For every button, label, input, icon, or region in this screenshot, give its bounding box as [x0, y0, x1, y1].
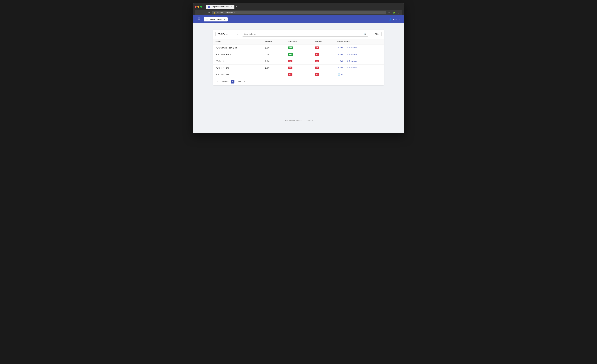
maximize-window-button[interactable] [200, 6, 202, 8]
action-buttons: ✏ Edit⬇ Download [337, 59, 382, 63]
reload-button[interactable]: ↻ [207, 11, 211, 14]
next-button[interactable]: Next [236, 80, 242, 83]
retired-cell: No [312, 64, 334, 71]
lock-icon: 🔒 [214, 12, 216, 14]
prev-arrow-button[interactable]: « [215, 80, 219, 83]
download-button[interactable]: ⬇ Download [346, 59, 359, 63]
browser-chrome: A Ampath Form Builder ✕ + ⌄ ← → ↻ 🔒 loca… [193, 3, 404, 15]
retired-badge: No [315, 60, 320, 62]
download-icon: ⬇ [347, 53, 349, 55]
download-button[interactable]: ⬇ Download [346, 53, 359, 56]
active-tab[interactable]: A Ampath Form Builder ✕ [206, 5, 235, 9]
import-icon: 📄 [338, 73, 340, 76]
url-text[interactable]: localhost:4200/#/forms [217, 11, 236, 14]
forms-type-select[interactable]: POC Forms ▾ [215, 32, 240, 36]
edit-button[interactable]: ✏ Edit [337, 46, 345, 49]
col-actions: Form Actions [334, 39, 384, 44]
header-left: ✦ Create a new form [196, 17, 228, 22]
version-cell: 1.0.0 [263, 44, 285, 51]
menu-button[interactable]: ⋮ [397, 11, 401, 14]
search-container: 🔍 [242, 32, 368, 37]
actions-cell: ✏ Edit⬇ Download [334, 51, 384, 58]
previous-button[interactable]: Previous [220, 80, 229, 83]
select-arrow-icon: ▾ [237, 33, 238, 35]
pencil-icon: ✏ [338, 53, 339, 55]
back-button[interactable]: ← [196, 11, 201, 14]
edit-button[interactable]: ✏ Edit [337, 53, 345, 56]
tab-favicon: A [208, 6, 210, 8]
action-buttons: ✏ Edit⬇ Download [337, 46, 382, 49]
pencil-icon: ✏ [338, 60, 339, 62]
published-badge: No [288, 67, 292, 69]
retired-cell: No [312, 44, 334, 51]
version-text: v1.0 · Built on 17/06/2022 11:49:08 [284, 119, 313, 122]
browser-titlebar: A Ampath Form Builder ✕ + ⌄ [195, 5, 402, 9]
edit-button[interactable]: ✏ Edit [337, 66, 345, 70]
retired-badge: No [315, 73, 320, 76]
name-cell: POC test [213, 58, 263, 64]
table-body: POC Sample Form 1 kal 1.0.0 Yes No ✏ Edi… [213, 44, 384, 78]
col-retired: Retired [312, 39, 334, 44]
pencil-icon: ✏ [338, 47, 339, 49]
download-icon: ⬇ [347, 67, 349, 69]
table-row: POC Vitals Form 0.01 Yes No ✏ Edit⬇ Down… [213, 51, 384, 58]
svg-point-0 [198, 18, 200, 19]
actions-cell: ✏ Edit⬇ Download [334, 44, 384, 51]
next-arrow-button[interactable]: » [243, 80, 246, 83]
filter-button[interactable]: ▼ Filter [370, 32, 382, 36]
name-cell: POC Test Form [213, 64, 263, 71]
current-page[interactable]: 1 [231, 80, 235, 84]
edit-button[interactable]: ✏ Edit [337, 59, 345, 63]
retired-cell: No [312, 51, 334, 58]
published-badge: Yes [288, 53, 293, 56]
bookmark-button[interactable]: ☆ [388, 11, 391, 14]
search-button[interactable]: 🔍 [362, 32, 368, 36]
pagination: « Previous 1 Next » [213, 78, 384, 85]
extensions-button[interactable]: 🧩 [392, 11, 396, 14]
user-dropdown-arrow: ▾ [399, 18, 401, 21]
import-button[interactable]: 📄 Import [337, 73, 347, 76]
main-content: POC Forms ▾ 🔍 ▼ Filter [193, 23, 404, 131]
create-new-form-button[interactable]: ✦ Create a new form [204, 17, 228, 22]
new-tab-button[interactable]: + [235, 5, 238, 9]
published-cell: No [285, 58, 312, 64]
download-button[interactable]: ⬇ Download [346, 66, 359, 70]
table-row: POC Sample Form 1 kal 1.0.0 Yes No ✏ Edi… [213, 44, 384, 51]
actions-cell: ✏ Edit⬇ Download [334, 58, 384, 64]
forward-button[interactable]: → [202, 11, 206, 14]
published-cell: Yes [285, 51, 312, 58]
close-window-button[interactable] [195, 6, 196, 8]
user-menu[interactable]: 👤 admin ▾ [389, 18, 401, 21]
user-icon: 👤 [389, 18, 392, 21]
download-icon: ⬇ [347, 60, 349, 62]
window-controls: ⌄ [399, 5, 402, 8]
forms-type-label: POC Forms [218, 33, 228, 35]
published-cell: No [285, 64, 312, 71]
search-input[interactable] [242, 32, 362, 36]
version-cell: 0 [263, 71, 285, 78]
pencil-icon: ✏ [338, 67, 339, 69]
table-row: POC Test Form 1.0.0 No No ✏ Edit⬇ Downlo… [213, 64, 384, 71]
browser-window: A Ampath Form Builder ✕ + ⌄ ← → ↻ 🔒 loca… [193, 3, 404, 133]
filter-label: Filter [375, 33, 379, 35]
traffic-lights [195, 6, 202, 8]
col-version: Version [263, 39, 285, 44]
tab-close-button[interactable]: ✕ [231, 6, 232, 8]
svg-line-2 [199, 19, 200, 21]
action-buttons: ✏ Edit⬇ Download [337, 53, 382, 56]
retired-badge: No [315, 67, 320, 69]
version-cell: 0.01 [263, 51, 285, 58]
next-arrow-icon: » [244, 80, 245, 83]
actions-cell: 📄 Import [334, 71, 384, 78]
action-buttons: ✏ Edit⬇ Download [337, 66, 382, 70]
minimize-window-button[interactable] [197, 6, 199, 8]
browser-toolbar: ← → ↻ 🔒 localhost:4200/#/forms ☆ 🧩 ⋮ [195, 10, 402, 15]
table-row: POC test 1.0.0 No No ✏ Edit⬇ Download [213, 58, 384, 64]
svg-line-1 [198, 19, 199, 21]
table-header: Name Version Published Retired Form Acti… [213, 39, 384, 44]
published-badge: No [288, 73, 292, 76]
retired-badge: No [315, 53, 320, 56]
create-form-label: Create a new form [209, 18, 225, 21]
download-button[interactable]: ⬇ Download [346, 46, 359, 49]
app-header: ✦ Create a new form 👤 admin ▾ [193, 15, 404, 23]
